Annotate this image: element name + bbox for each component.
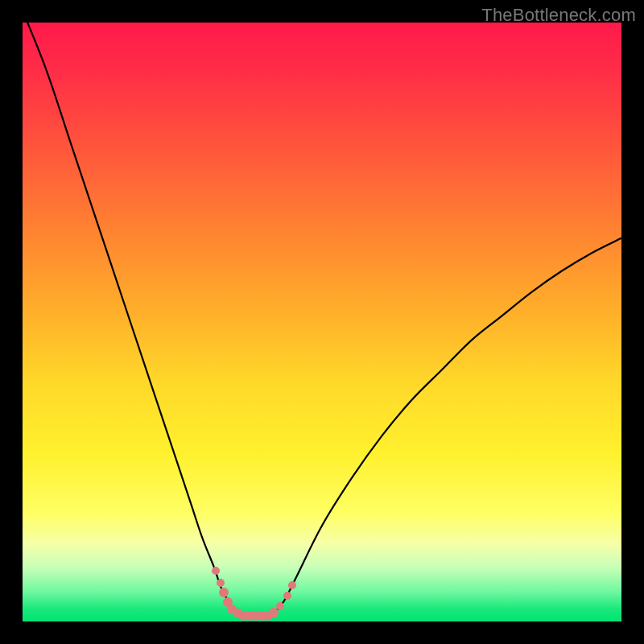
- data-marker: [283, 592, 291, 600]
- data-marker: [217, 579, 225, 587]
- right-curve-line: [268, 238, 621, 616]
- data-marker: [219, 588, 229, 597]
- data-marker: [212, 567, 220, 575]
- watermark-text: TheBottleneck.com: [481, 5, 636, 26]
- data-marker: [288, 581, 296, 589]
- chart-curves: [23, 23, 621, 621]
- left-curve-line: [23, 23, 244, 616]
- data-marker: [276, 602, 284, 610]
- chart-plot-area: [23, 23, 621, 621]
